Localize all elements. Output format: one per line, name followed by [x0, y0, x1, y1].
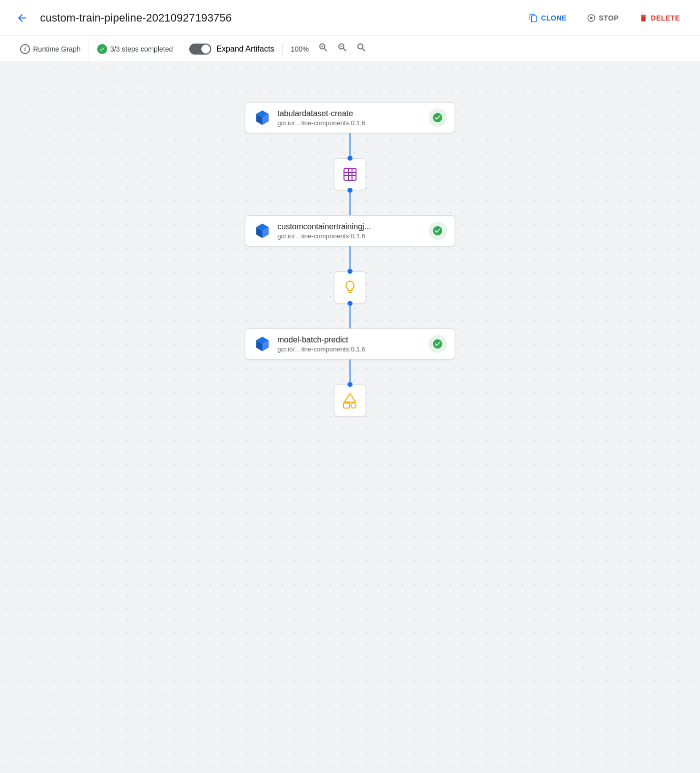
node-2-info: customcontainertrainingj... gcr.io/…line… [277, 222, 423, 240]
check-icon [97, 44, 107, 54]
node-2-title: customcontainertrainingj... [277, 222, 423, 231]
svg-rect-6 [348, 292, 352, 293]
node-1-status [429, 109, 447, 127]
zoom-fit-icon[interactable] [354, 40, 369, 58]
node-3-info: model-batch-predict gcr.io/…line-compone… [277, 335, 423, 353]
cube-icon-1 [253, 109, 271, 127]
svg-rect-5 [348, 290, 352, 291]
node-1-subtitle: gcr.io/…line-components:0.1.6 [277, 119, 423, 127]
toggle-knob [201, 45, 210, 54]
zoom-section: 100% [283, 40, 377, 58]
artifact-node-1[interactable] [334, 158, 366, 190]
node-2-subtitle: gcr.io/…line-components:0.1.6 [277, 232, 423, 240]
zoom-in-icon[interactable] [316, 40, 331, 58]
stop-label: STOP [599, 14, 619, 22]
node-3-subtitle: gcr.io/…line-components:0.1.6 [277, 345, 423, 353]
connector-node-2-to-artifact-2 [349, 246, 351, 271]
pipeline-flow: tabulardataset-create gcr.io/…line-compo… [245, 102, 455, 437]
page-title: custom-train-pipeline-20210927193756 [40, 12, 513, 25]
zoom-out-icon[interactable] [335, 40, 350, 58]
connector-dot [347, 156, 353, 161]
runtime-graph-label: Runtime Graph [33, 45, 81, 53]
pipeline-canvas: tabulardataset-create gcr.io/…line-compo… [0, 62, 700, 773]
node-2-status [429, 222, 447, 240]
svg-rect-9 [343, 403, 349, 408]
node-1-info: tabulardataset-create gcr.io/…line-compo… [277, 109, 423, 127]
pipeline-node-1[interactable]: tabulardataset-create gcr.io/…line-compo… [245, 102, 455, 133]
dataset-icon [342, 166, 358, 182]
connector-dot-top [347, 188, 353, 193]
back-button[interactable] [12, 8, 32, 28]
zoom-level: 100% [291, 45, 312, 53]
connector-node-3-to-artifact-3 [349, 359, 351, 384]
runtime-graph-tab[interactable]: i Runtime Graph [12, 36, 89, 62]
node-3-status [429, 335, 447, 353]
svg-rect-0 [344, 168, 356, 180]
node-1-title: tabulardataset-create [277, 109, 423, 118]
connector-artifact-2-to-node-3 [349, 303, 351, 328]
clone-label: CLONE [541, 14, 567, 22]
toolbar: i Runtime Graph 3/3 steps completed Expa… [0, 36, 700, 62]
connector-line-2 [349, 190, 351, 215]
header: custom-train-pipeline-20210927193756 CLO… [0, 0, 700, 36]
info-icon: i [20, 44, 30, 54]
toggle-switch[interactable] [189, 44, 211, 55]
artifact-node-3[interactable] [334, 384, 366, 417]
artifact-node-2[interactable] [334, 271, 366, 303]
connector-line-5 [349, 359, 351, 384]
model-icon [342, 279, 358, 295]
pipeline-node-2[interactable]: customcontainertrainingj... gcr.io/…line… [245, 215, 455, 246]
delete-label: DELETE [651, 14, 680, 22]
expand-artifacts-label: Expand Artifacts [216, 45, 274, 54]
connector-line-3 [349, 246, 351, 271]
node-3-title: model-batch-predict [277, 335, 423, 344]
connector-line [349, 133, 351, 158]
steps-completed-label: 3/3 steps completed [110, 45, 173, 53]
clone-button[interactable]: CLONE [521, 10, 575, 27]
connector-dot-top-2 [347, 301, 353, 306]
header-actions: CLONE STOP DELETE [521, 10, 688, 27]
pipeline-node-3[interactable]: model-batch-predict gcr.io/…line-compone… [245, 328, 455, 359]
expand-artifacts-toggle[interactable]: Expand Artifacts [181, 44, 283, 55]
delete-button[interactable]: DELETE [631, 10, 688, 27]
stop-button[interactable]: STOP [579, 10, 627, 27]
steps-completed: 3/3 steps completed [89, 36, 181, 62]
connector-dot-bottom-3 [347, 382, 353, 387]
connector-1-to-artifact-1 [349, 133, 351, 158]
connector-dot-bottom-2 [347, 269, 353, 274]
cube-icon-2 [253, 222, 271, 240]
connector-artifact-1-to-node-2 [349, 190, 351, 215]
connector-line-4 [349, 303, 351, 328]
svg-marker-8 [344, 394, 356, 402]
shapes-icon [341, 392, 359, 409]
svg-point-10 [351, 403, 356, 408]
cube-icon-3 [253, 335, 271, 353]
